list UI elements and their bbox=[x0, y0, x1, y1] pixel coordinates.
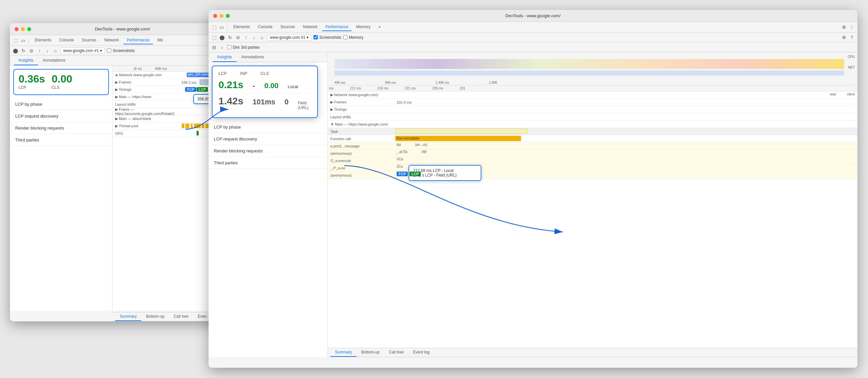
tab-elements-front[interactable]: Elements bbox=[230, 23, 253, 31]
tab-me-back[interactable]: Me bbox=[154, 36, 166, 45]
close-button-front[interactable] bbox=[213, 14, 217, 18]
tab-bottomup-front[interactable]: Bottom-up bbox=[356, 348, 384, 357]
sidebar-lcp-phase-front[interactable]: LCP by phase bbox=[209, 121, 328, 133]
track-layout-front: Layout shifts bbox=[328, 113, 858, 121]
upload2-icon-front[interactable]: ↕ bbox=[219, 45, 225, 50]
tab-eventlog-front[interactable]: Event log bbox=[408, 348, 434, 357]
close-button-back[interactable] bbox=[14, 27, 19, 31]
lcp-metric-back: 0.36s LCP bbox=[19, 73, 45, 90]
reload-icon-front[interactable]: ↻ bbox=[227, 34, 233, 40]
settings2-icon-front[interactable]: ⚙ bbox=[841, 34, 847, 40]
url-select-front[interactable]: www.google.com #1 ▾ bbox=[267, 34, 311, 41]
track-network-front: ▶ Network /www.google.com) sear client bbox=[328, 91, 858, 99]
stop-icon-front[interactable]: ⊘ bbox=[235, 34, 241, 40]
download-icon-back[interactable]: ↓ bbox=[44, 48, 50, 54]
cpu-label-front: CPU bbox=[848, 55, 855, 59]
lock-icon-front[interactable]: ⊟ bbox=[211, 45, 217, 50]
tab-network-back[interactable]: Network bbox=[101, 36, 122, 45]
window-title-front: DevTools - www.google.com/ bbox=[505, 13, 561, 18]
maximize-button-front[interactable] bbox=[226, 14, 230, 18]
insights-tabs-back: Insights Annotations bbox=[10, 56, 235, 66]
tab-sources-back[interactable]: Sources bbox=[79, 36, 100, 45]
lcp-badge-front: LCP bbox=[409, 172, 421, 176]
tab-calltree-front[interactable]: Call tree bbox=[384, 348, 408, 357]
track-port-front: a.port1...message kja (an...us) bbox=[328, 142, 858, 150]
tab-performance-front[interactable]: Performance bbox=[322, 23, 351, 31]
tab-network-front[interactable]: Network bbox=[300, 23, 321, 31]
screenshots-checkbox-back[interactable]: Screenshots bbox=[107, 48, 135, 53]
toolbar-front: ⬚ ▭ Elements Console Sources Network Per… bbox=[209, 22, 858, 32]
toolbar3-front: ⊟ ↕ Dim 3rd parties bbox=[209, 42, 858, 52]
inspect-icon-front[interactable]: ⬚ bbox=[211, 34, 217, 40]
traffic-lights-front bbox=[213, 14, 230, 18]
sidebar-back: 0.36s LCP 0.00 CLS LCP by phase LCP requ… bbox=[10, 66, 113, 311]
toolbar2-back: ⬤ ↻ ⊘ ↑ ↓ ⌂ www.google.com #1 ▾ Screensh… bbox=[10, 46, 235, 56]
metrics-popup-header: LCP INP CLS bbox=[218, 71, 311, 76]
record-icon-front[interactable]: ⬤ bbox=[219, 34, 225, 40]
upload-icon-front[interactable]: ↑ bbox=[243, 34, 249, 40]
metrics-popup-front: LCP INP CLS 0.21s - 0.00 Local 1.42s 101… bbox=[212, 66, 318, 118]
memory-checkbox-front[interactable]: Memory bbox=[343, 35, 363, 40]
traffic-lights-back bbox=[14, 27, 31, 31]
tab-memory-front[interactable]: Memory bbox=[353, 23, 374, 31]
track-poa-front: _.P_a.oa ZCa 212.68 ms LCP - Local 1.42 … bbox=[328, 164, 858, 172]
tab-performance-back[interactable]: Performance bbox=[123, 36, 153, 45]
sidebar-third-parties-front[interactable]: Third parties bbox=[209, 157, 328, 169]
cursor-icon-front[interactable]: ⬚ bbox=[211, 24, 217, 30]
url-select-back[interactable]: www.google.com #1 ▾ bbox=[60, 47, 105, 54]
stop-icon-back[interactable]: ⊘ bbox=[28, 48, 34, 54]
sidebar-lcp-request-front[interactable]: LCP request discovery bbox=[209, 133, 328, 145]
sep1 bbox=[28, 37, 29, 43]
minimize-button-front[interactable] bbox=[219, 14, 223, 18]
track-function-front: Function call Run microtasks bbox=[328, 135, 858, 142]
metrics-box-back: 0.36s LCP 0.00 CLS bbox=[13, 69, 109, 95]
window-title-back: DevTools - www.google.com/ bbox=[95, 27, 150, 31]
cls-metric-back: 0.00 CLS bbox=[52, 73, 72, 90]
toolbar2-front: ⬚ ⬤ ↻ ⊘ ↑ ↓ ⌂ www.google.com #1 ▾ Screen… bbox=[209, 32, 858, 42]
reload-icon-back[interactable]: ↻ bbox=[21, 48, 27, 54]
dim-parties-checkbox[interactable]: Dim 3rd parties bbox=[227, 45, 259, 50]
more-icon-front[interactable]: ⋮ bbox=[849, 24, 855, 30]
insights-panel-front: Insights Annotations LCP INP CLS 0.21s -… bbox=[209, 52, 328, 357]
sidebar-render-back[interactable]: Render blocking requests bbox=[10, 122, 112, 134]
settings-icon-front[interactable]: ⚙ bbox=[841, 24, 847, 30]
cursor-icon[interactable]: ⬚ bbox=[12, 37, 19, 43]
upload-icon-back[interactable]: ↑ bbox=[36, 48, 42, 54]
home-icon-front[interactable]: ⌂ bbox=[259, 34, 265, 40]
tab-more-front[interactable]: » bbox=[375, 23, 384, 31]
toolbar-back: ⬚ ▭ Elements Console Sources Network Per… bbox=[10, 35, 235, 46]
function-bar: Run microtasks bbox=[395, 136, 521, 141]
annotations-tab-front[interactable]: Annotations bbox=[237, 52, 269, 62]
tab-console-front[interactable]: Console bbox=[255, 23, 276, 31]
sidebar-render-front[interactable]: Render blocking requests bbox=[209, 145, 328, 157]
tab-elements-back[interactable]: Elements bbox=[31, 36, 55, 45]
help-icon-front[interactable]: ? bbox=[849, 34, 855, 40]
home-icon-back[interactable]: ⌂ bbox=[52, 48, 58, 54]
track-task-front: Task bbox=[328, 128, 858, 135]
screenshots-checkbox-front[interactable]: Screenshots bbox=[313, 35, 341, 40]
sidebar-third-parties-back[interactable]: Third parties bbox=[10, 134, 112, 146]
main-content-back: 0.36s LCP 0.00 CLS LCP by phase LCP requ… bbox=[10, 66, 235, 311]
tab-console-back[interactable]: Console bbox=[56, 36, 77, 45]
device-icon[interactable]: ▭ bbox=[20, 37, 26, 43]
tab-summary-front[interactable]: Summary bbox=[330, 348, 356, 357]
annotations-tab-back[interactable]: Annotations bbox=[38, 56, 70, 65]
metrics-separator bbox=[218, 93, 311, 93]
sidebar-lcp-phase-back[interactable]: LCP by phase bbox=[10, 98, 112, 110]
chevron-down-icon-front: ▾ bbox=[307, 35, 309, 40]
tab-sources-front[interactable]: Sources bbox=[277, 23, 298, 31]
titlebar-front: DevTools - www.google.com/ bbox=[209, 10, 858, 22]
fcp-badge-back: FCP bbox=[185, 87, 196, 92]
minimize-button-back[interactable] bbox=[21, 27, 25, 31]
maximize-button-back[interactable] bbox=[27, 27, 31, 31]
timeline-panel-front: CPU NET 496 ms 996 ms 1,496 ms 1,996 ms … bbox=[328, 52, 858, 357]
sidebar-lcp-request-back[interactable]: LCP request discovery bbox=[10, 110, 112, 122]
device-icon-front[interactable]: ▭ bbox=[218, 24, 224, 30]
record-icon-back[interactable]: ⬤ bbox=[12, 48, 19, 54]
track-main-google-front: ▼ Main — https://www.google.com/ bbox=[328, 121, 858, 128]
timeline-overview-front: CPU NET 496 ms 996 ms 1,496 ms 1,996 bbox=[328, 52, 858, 85]
insights-tab-back[interactable]: Insights bbox=[14, 56, 38, 65]
download-icon-front[interactable]: ↓ bbox=[251, 34, 257, 40]
net-mini-chart bbox=[334, 70, 844, 76]
insights-tab-front[interactable]: Insights bbox=[213, 52, 237, 62]
